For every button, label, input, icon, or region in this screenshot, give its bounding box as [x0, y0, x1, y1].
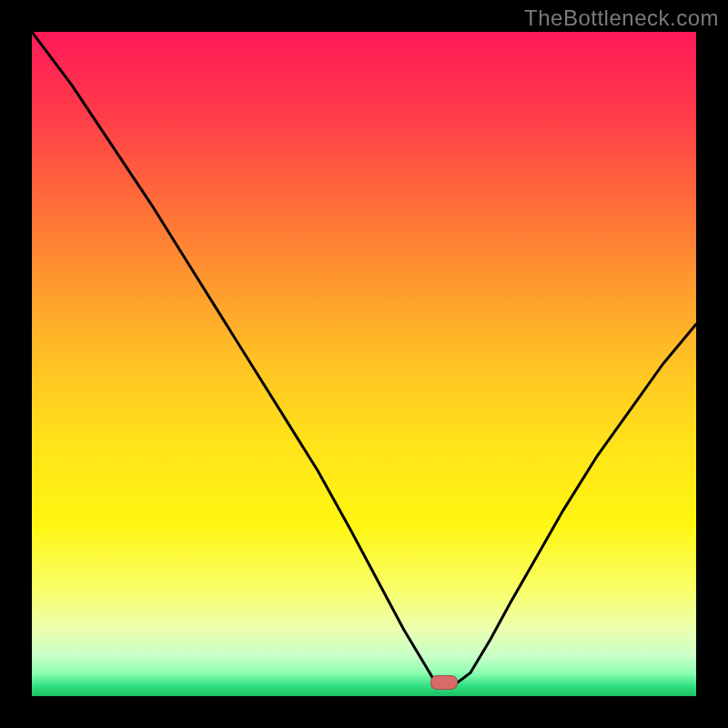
optimal-marker [430, 675, 458, 690]
chart-frame: TheBottleneck.com [0, 0, 728, 728]
svg-rect-0 [32, 32, 696, 696]
watermark-text: TheBottleneck.com [524, 5, 719, 31]
plot-area [32, 32, 696, 696]
gradient-background [32, 32, 696, 696]
